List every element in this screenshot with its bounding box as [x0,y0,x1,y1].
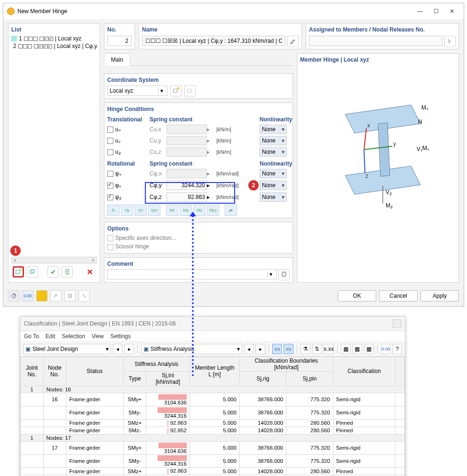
menu-selection[interactable]: Selection [62,333,85,340]
uz-nonlin[interactable]: None▾ [260,147,287,157]
apply-button[interactable]: Apply [420,290,459,301]
svg-point-6 [67,273,69,275]
filter-button[interactable]: ⚗ [301,344,310,354]
app-icon [7,8,15,15]
ux-field [166,125,207,134]
table-row[interactable]: Frame girderSMz+ 92.8635.00014028.000280… [21,468,405,475]
menu-goto[interactable]: Go To [24,333,39,340]
tab-main[interactable]: Main [104,53,130,66]
ux-check[interactable] [107,127,113,133]
phix-check[interactable] [107,171,113,177]
scissor-check[interactable] [107,244,113,250]
units-tb[interactable]: 0.00 [381,344,391,354]
color-button[interactable] [36,290,47,301]
list-header: List [11,25,97,35]
preset-vy[interactable]: Vy [121,205,133,216]
uy-field [166,136,207,145]
preset-vyz[interactable]: Vyz [148,205,160,216]
comment-header: Comment [107,260,290,269]
preset-n[interactable]: N [107,205,119,216]
tool-2-button[interactable] [64,290,76,301]
preset-vz[interactable]: Vz [135,205,147,216]
units-button[interactable]: 0.00 [22,290,33,301]
menu-edit[interactable]: Edit [46,333,55,340]
table-row[interactable]: Frame girderSMy- 3244.3165.00038766.0007… [21,406,405,419]
menu-settings[interactable]: Settings [111,333,131,340]
comment-lib-button[interactable] [278,269,290,280]
decimals-button[interactable]: x.xx [324,344,334,354]
phiy-check[interactable] [107,182,113,189]
tool-1-button[interactable] [50,290,62,301]
accept-button[interactable] [47,266,59,278]
nav-next[interactable]: ▸ [124,344,134,354]
list-row[interactable]: 2 | Local xyz | Cφ,y : 1 [11,42,97,50]
svg-point-5 [67,271,69,272]
bottom-close-button[interactable] [393,319,401,328]
export-3[interactable]: ▦ [364,344,374,354]
edit-cs-button[interactable] [184,85,196,96]
list-num: 1 [19,35,22,42]
horiz-scrollbar[interactable]: ‹› [11,257,97,263]
minimize-button[interactable]: — [412,6,428,16]
cancel-button[interactable]: Cancel [379,290,418,301]
new-button[interactable]: ★ [13,266,24,278]
no-field[interactable]: 2 [107,36,132,46]
svg-text:y: y [393,141,396,147]
phix-nonlin[interactable]: None▾ [260,169,287,178]
table-row[interactable]: 17Frame girderSMy+ 3104.6365.00038766.00… [21,441,405,454]
assigned-label: Assigned to Members / Nodal Releases No. [309,25,456,35]
edit-name-button[interactable] [287,36,299,47]
uy-check[interactable] [107,138,113,144]
menu-view[interactable]: View [92,333,104,340]
export-1[interactable]: ▦ [341,344,351,354]
nav-next-2[interactable]: ▸ [255,344,265,354]
toggle-2[interactable]: ▭ [284,344,293,354]
tool-3-button[interactable] [79,290,90,301]
name-field[interactable] [142,36,285,46]
list-row[interactable]: 1 | Local xyz [11,35,97,42]
maximize-button[interactable]: ☐ [428,6,444,16]
phiz-nonlin[interactable]: None▾ [260,192,287,202]
assigned-field[interactable] [309,36,443,46]
close-button[interactable]: ✕ [444,6,460,16]
table-row[interactable]: 16Frame girderSMy+ 3104.6365.00038766.00… [21,393,405,406]
phiy-nonlin[interactable]: None▾ [260,181,287,190]
svg-rect-2 [30,270,33,273]
svg-text:Mᵧ: Mᵧ [422,145,429,151]
help-button[interactable]: ? [8,290,19,301]
list-num: 2 [13,43,16,49]
toggle-1[interactable]: ▭ [272,344,282,354]
export-2[interactable]: ▦ [353,344,363,354]
phiy-field[interactable] [166,181,207,190]
nav-prev-2[interactable]: ◂ [244,344,254,354]
nav-prev[interactable]: ◂ [113,344,123,354]
new-cs-button[interactable]: ★ [170,85,182,96]
uz-check[interactable] [107,149,113,155]
help-tb[interactable]: ? [392,344,402,354]
coord-select[interactable]: Local xyz▾ [107,86,167,96]
preset-mt[interactable]: Mt [166,205,178,216]
uy-nonlin[interactable]: None▾ [260,136,287,145]
axes-check[interactable] [107,235,113,241]
design-select[interactable]: ▣Steel Joint Design▾ [23,344,111,354]
ux-nonlin[interactable]: None▾ [260,125,287,134]
table-row[interactable]: Frame girderSMy- 3244.3165.00038766.0007… [21,454,405,468]
bottom-menu: Go To Edit Selection View Settings [20,331,405,342]
titlebar: New Member Hinge — ☐ ✕ [3,3,464,19]
delete-button[interactable] [84,266,95,278]
table-row[interactable]: Frame girderSMz+ 92.8635.00014028.000280… [21,419,405,427]
svg-text:x: x [367,122,370,129]
tree-button[interactable] [62,266,73,278]
uz-field [166,147,207,157]
list-text: | Local xyz | Cφ,y : 1 [54,43,97,49]
ok-button[interactable]: OK [338,290,376,301]
copy-button[interactable] [27,266,38,278]
preset-all[interactable]: ⇄ [225,205,237,216]
phiz-check[interactable] [107,194,113,200]
sort-button[interactable]: ⇅ [312,344,322,354]
svg-marker-14 [378,123,390,176]
phiz-field[interactable] [166,192,207,202]
pick-button[interactable] [444,36,456,47]
table-row[interactable]: Frame girderSMz- 92.8525.00014028.000280… [21,427,405,434]
preset-myz[interactable]: Myz [207,205,219,216]
